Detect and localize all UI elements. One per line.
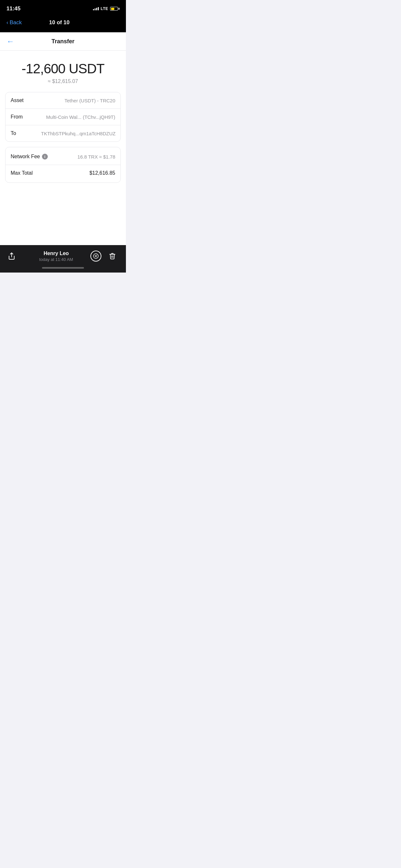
home-indicator xyxy=(0,265,126,273)
status-time: 11:45 xyxy=(6,5,20,12)
asset-value: Tether (USDT) - TRC20 xyxy=(65,98,115,103)
max-total-label: Max Total xyxy=(11,170,33,176)
home-indicator-bar xyxy=(42,267,84,269)
details-card: Asset Tether (USDT) - TRC20 From Multi-C… xyxy=(5,92,121,142)
nav-back-chevron: ‹ xyxy=(6,20,8,26)
sketch-button[interactable] xyxy=(90,251,101,261)
max-total-value: $12,616.85 xyxy=(89,170,115,176)
network-fee-label: Network Fee i xyxy=(11,154,48,159)
from-label: From xyxy=(11,114,23,120)
max-total-row: Max Total $12,616.85 xyxy=(5,165,120,181)
user-info: Henry Leo today at 11:40 AM xyxy=(22,251,90,262)
to-label: To xyxy=(11,130,16,136)
delete-button[interactable] xyxy=(106,250,118,262)
page-back-button[interactable]: ← xyxy=(6,37,14,45)
page-header: ← Transfer xyxy=(0,32,126,51)
fee-card: Network Fee i 16.8 TRX ≈ $1.78 Max Total… xyxy=(5,147,121,183)
network-fee-value: 16.8 TRX ≈ $1.78 xyxy=(78,154,115,159)
nav-back-label: Back xyxy=(10,20,22,26)
nav-bar: ‹ Back 10 of 10 xyxy=(0,16,126,32)
user-time: today at 11:40 AM xyxy=(22,257,90,262)
status-icons: LTE xyxy=(93,6,120,11)
from-row: From Multi-Coin Wal... (TChv...jQH9T) xyxy=(5,109,120,125)
amount-section: -12,600 USDT ≈ $12,615.07 xyxy=(0,51,126,92)
transfer-usd-equivalent: ≈ $12,615.07 xyxy=(6,79,120,84)
transfer-amount: -12,600 USDT xyxy=(6,61,120,76)
status-bar: 11:45 LTE xyxy=(0,0,126,16)
to-value: TKThbSTPkuhq...qm1aTcH8DZUZ xyxy=(41,131,115,136)
bottom-bar: Henry Leo today at 11:40 AM xyxy=(0,245,126,265)
page-title: Transfer xyxy=(18,38,108,45)
nav-back-button[interactable]: ‹ Back xyxy=(6,20,22,26)
battery-icon xyxy=(110,7,120,11)
signal-icon xyxy=(93,7,99,10)
from-value: Multi-Coin Wal... (TChv...jQH9T) xyxy=(46,114,115,120)
content-spacer xyxy=(0,188,126,245)
to-row: To TKThbSTPkuhq...qm1aTcH8DZUZ xyxy=(5,125,120,142)
content-area: ← Transfer -12,600 USDT ≈ $12,615.07 Ass… xyxy=(0,32,126,245)
user-name: Henry Leo xyxy=(22,251,90,256)
network-fee-row: Network Fee i 16.8 TRX ≈ $1.78 xyxy=(5,149,120,165)
asset-row: Asset Tether (USDT) - TRC20 xyxy=(5,92,120,109)
lte-label: LTE xyxy=(101,6,108,11)
asset-label: Asset xyxy=(11,97,24,103)
action-icons xyxy=(90,250,118,262)
share-button[interactable] xyxy=(8,252,22,260)
nav-title: 10 of 10 xyxy=(49,20,69,26)
info-icon[interactable]: i xyxy=(42,154,48,159)
